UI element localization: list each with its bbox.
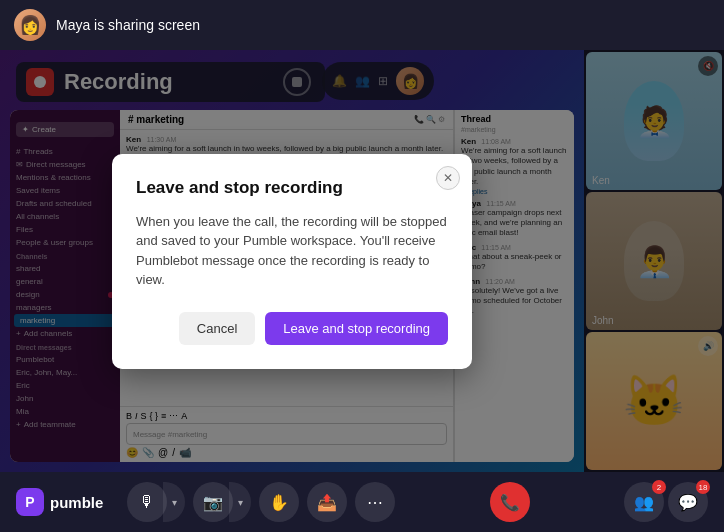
- share-screen-button[interactable]: 📤: [307, 482, 347, 522]
- modal-overlay: ✕ Leave and stop recording When you leav…: [0, 50, 724, 472]
- modal-title: Leave and stop recording: [136, 178, 448, 198]
- avatar: 👩: [14, 9, 46, 41]
- people-button[interactable]: 👥 2: [624, 482, 664, 522]
- end-call-button[interactable]: 📞: [490, 482, 530, 522]
- people-icon: 👥: [634, 493, 654, 512]
- cancel-button[interactable]: Cancel: [179, 312, 255, 345]
- top-bar: 👩 Maya is sharing screen: [0, 0, 724, 50]
- leave-stop-button[interactable]: Leave and stop recording: [265, 312, 448, 345]
- app-logo: P pumble: [16, 488, 103, 516]
- pumble-logo-icon: P: [16, 488, 44, 516]
- bottom-toolbar: P pumble 🎙 ▾ 📷 ▾ ✋ 📤 ⋯ 📞 👥 2 💬 18: [0, 472, 724, 532]
- people-count: 2: [652, 480, 666, 494]
- modal-body: When you leave the call, the recording w…: [136, 212, 448, 290]
- hand-button[interactable]: ✋: [259, 482, 299, 522]
- more-button[interactable]: ⋯: [355, 482, 395, 522]
- chat-button[interactable]: 💬 18: [668, 482, 708, 522]
- sharing-text: Maya is sharing screen: [56, 17, 200, 33]
- app-name: pumble: [50, 494, 103, 511]
- leave-stop-modal: ✕ Leave and stop recording When you leav…: [112, 154, 472, 369]
- camera-button[interactable]: 📷: [193, 482, 233, 522]
- chat-icon: 💬: [678, 493, 698, 512]
- modal-actions: Cancel Leave and stop recording: [136, 312, 448, 345]
- chat-count: 18: [696, 480, 710, 494]
- modal-close-button[interactable]: ✕: [436, 166, 460, 190]
- mic-button[interactable]: 🎙: [127, 482, 167, 522]
